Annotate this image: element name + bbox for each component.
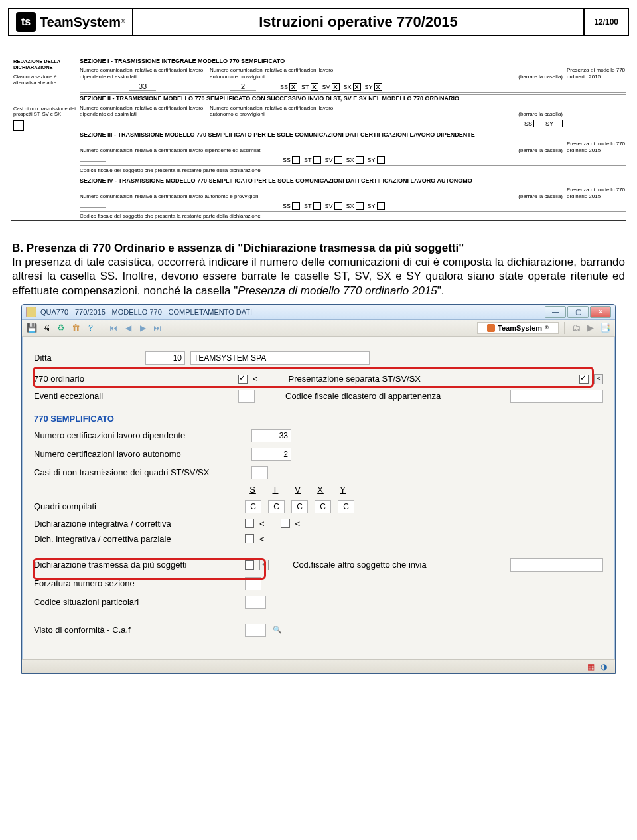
window-title: QUA770 - 770/2015 - MODELLO 770 - COMPLE… xyxy=(40,308,545,316)
sec4-barrare: (barrare la casella) xyxy=(518,193,563,199)
sidebar-note-2: Casi di non trasmissione dei prospetti S… xyxy=(13,106,77,118)
sec1-presenza: Presenza di modello 770 ordinario 2015 xyxy=(567,67,626,79)
cod-altro-input[interactable] xyxy=(510,558,603,572)
body-italic: Presenza di modello 770 ordinario 2015 xyxy=(238,284,437,297)
status-bar: ▦ ◑ xyxy=(22,659,615,673)
visto-label: Visto di conformità - C.a.f xyxy=(34,625,240,635)
save-icon[interactable]: 💾 xyxy=(26,322,38,334)
visto-input[interactable] xyxy=(245,624,266,637)
forz-input[interactable] xyxy=(245,577,261,590)
cert-dip-label: Numero certificazioni lavoro dipendente xyxy=(34,430,246,440)
dich-int-check1[interactable] xyxy=(245,519,254,528)
sec1-label-1: Numero comunicazioni relative a certific… xyxy=(80,67,206,79)
ordinario-checkbox[interactable] xyxy=(238,375,248,384)
trash-icon[interactable]: 🗑 xyxy=(70,322,82,334)
section-1-title: SEZIONE I - TRASMISSIONE INTEGRALE MODEL… xyxy=(80,58,626,64)
cert-dip-input[interactable]: 33 xyxy=(251,429,291,442)
print-icon[interactable]: 🖨 xyxy=(40,322,52,334)
search-icon[interactable]: 🔍 xyxy=(273,626,282,634)
semplificato-section-title: 770 SEMPLIFICATO xyxy=(34,414,603,424)
close-button[interactable]: ✕ xyxy=(590,306,611,318)
sidebar-checkbox xyxy=(13,120,24,131)
presentazione-label: Presentazione separata ST/SV/SX xyxy=(289,374,421,384)
sec3-presenza: Presenza di modello 770 ordinario 2015 xyxy=(567,141,626,153)
dich-int-label: Dichiarazione integrativa / correttiva xyxy=(34,519,240,529)
titlebar: QUA770 - 770/2015 - MODELLO 770 - COMPLE… xyxy=(22,305,615,320)
sec3-barrare: (barrare la casella) xyxy=(518,147,563,153)
sec1-barrare: (barrare la casella) xyxy=(518,74,563,80)
maximize-button[interactable]: ▢ xyxy=(567,306,589,318)
brand-badge: TeamSystem® xyxy=(477,322,559,334)
sec3-cf: Codice fiscale del soggetto che presenta… xyxy=(80,167,261,173)
sec1-st-check: X xyxy=(311,83,318,91)
sec1-label-2: Numero comunicazioni relative a certific… xyxy=(210,67,336,79)
section-4-title: SEZIONE IV - TRASMISSIONE MODELLO 770 SE… xyxy=(80,177,626,184)
sec2-barrare: (barrare la casella) xyxy=(518,111,563,117)
quadri-v[interactable]: C xyxy=(291,500,308,513)
cert-aut-input[interactable]: 2 xyxy=(251,448,291,461)
help-icon[interactable]: ？ xyxy=(84,322,96,334)
quadri-t[interactable]: C xyxy=(268,500,285,513)
tool-icon-2[interactable]: ▶ xyxy=(585,322,597,334)
sec1-sv-check: X xyxy=(332,83,340,91)
body-paragraph: B. Presenza di 770 Ordinario e assenza d… xyxy=(12,241,625,297)
prev-icon[interactable]: ◀ xyxy=(122,322,134,334)
sec2-label-2: Numero comunicazioni relative a certific… xyxy=(210,105,336,117)
eventi-label: Eventi eccezionali xyxy=(34,391,233,401)
sec2-label-1: Numero comunicazioni relative a certific… xyxy=(80,105,206,117)
cf-dicastero-label: Codice fiscale dicastero di appartenenza xyxy=(285,391,441,401)
section-2-title: SEZIONE II - TRASMISSIONE MODELLO 770 SE… xyxy=(80,94,626,102)
presentazione-checkbox[interactable] xyxy=(579,375,589,384)
casi-label: Casi di non trasmissione dei quadri ST/S… xyxy=(34,467,246,477)
quadri-y[interactable]: C xyxy=(338,500,354,513)
ordinario-lt: < xyxy=(253,374,258,384)
status-icon-2[interactable]: ◑ xyxy=(601,662,610,671)
ditta-label: Ditta xyxy=(34,353,140,363)
dich-tras-check[interactable] xyxy=(245,560,254,570)
sec3-label: Numero comunicazioni relative a certific… xyxy=(80,147,279,153)
ordinario-label: 770 ordinario xyxy=(34,374,233,384)
app-icon xyxy=(26,307,36,317)
refresh-icon[interactable]: ♻ xyxy=(55,322,67,334)
cf-dicastero-input[interactable] xyxy=(510,390,603,403)
toolbar: 💾 🖨 ♻ 🗑 ？ ⏮ ◀ ▶ ⏭ TeamSystem® 🗂 ▶ 📑 xyxy=(22,320,615,337)
quadri-s[interactable]: C xyxy=(245,500,261,513)
brand-name: TeamSystem xyxy=(40,15,121,29)
casi-input[interactable] xyxy=(251,466,268,479)
sec4-cf: Codice fiscale del soggetto che presenta… xyxy=(80,213,261,219)
dich-int-check2[interactable] xyxy=(281,519,290,528)
last-icon[interactable]: ⏭ xyxy=(151,322,163,334)
eventi-input[interactable] xyxy=(238,390,255,403)
logo: ts TeamSystem® xyxy=(9,9,133,35)
dich-parz-check[interactable] xyxy=(245,534,254,543)
first-icon[interactable]: ⏮ xyxy=(107,322,119,334)
body-text-2: ". xyxy=(437,284,445,297)
ditta-name-input[interactable]: TEAMSYSTEM SPA xyxy=(190,351,370,365)
form-area: Ditta 10 TEAMSYSTEM SPA 770 ordinario < … xyxy=(22,337,615,645)
sec4-presenza: Presenza di modello 770 ordinario 2015 xyxy=(567,187,626,199)
sit-input[interactable] xyxy=(245,596,266,609)
section-3-title: SEZIONE III - TRASMISSIONE MODELLO 770 S… xyxy=(80,131,626,138)
quadri-label: Quadri compilati xyxy=(34,501,240,511)
dich-tras-dropdown[interactable]: < xyxy=(259,560,269,570)
app-window: QUA770 - 770/2015 - MODELLO 770 - COMPLE… xyxy=(21,304,616,674)
page-number: 12/100 xyxy=(585,9,628,35)
stvxy-header: S T V X Y xyxy=(246,485,350,495)
page-header: ts TeamSystem® Istruzioni operative 770/… xyxy=(8,8,629,36)
ditta-number-input[interactable]: 10 xyxy=(145,351,185,365)
dich-tras-label: Dichiarazione trasmessa da più soggetti xyxy=(34,560,240,570)
next-icon[interactable]: ▶ xyxy=(137,322,149,334)
sec1-sx-check: X xyxy=(353,83,361,91)
presentazione-dropdown[interactable]: < xyxy=(594,374,603,384)
tool-icon-3[interactable]: 📑 xyxy=(599,322,611,334)
sidebar-note-1: Ciascuna sezione è alternativa alle altr… xyxy=(13,74,77,86)
sec4-label: Numero comunicazioni relative a certific… xyxy=(80,193,279,199)
doc-title: Istruzioni operative 770/2015 xyxy=(133,9,585,35)
minimize-button[interactable]: — xyxy=(545,306,566,318)
cert-aut-label: Numero certificazioni lavoro autonomo xyxy=(34,449,246,459)
forz-label: Forzatura numero sezione xyxy=(34,578,240,588)
tool-icon-1[interactable]: 🗂 xyxy=(570,322,582,334)
quadri-x[interactable]: C xyxy=(315,500,331,513)
dich-parz-label: Dich. integrativa / correttiva parziale xyxy=(34,534,240,544)
status-icon-1[interactable]: ▦ xyxy=(587,662,597,671)
